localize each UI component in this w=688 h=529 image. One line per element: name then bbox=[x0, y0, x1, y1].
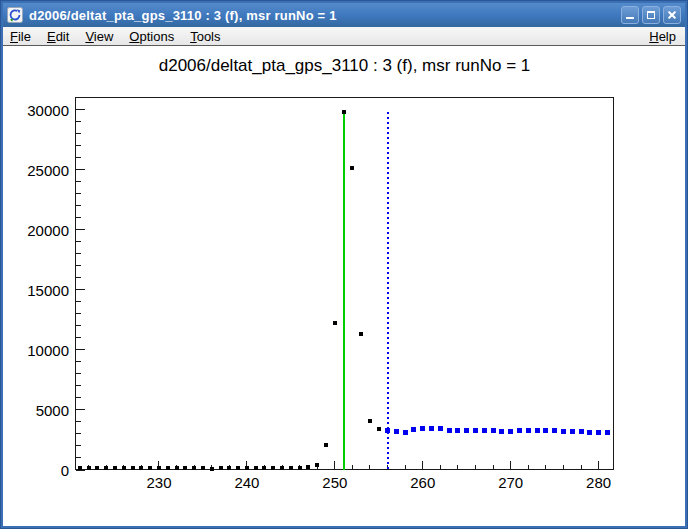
y-minor-tick bbox=[76, 361, 81, 362]
root-canvas[interactable]: d2006/deltat_pta_gps_3110 : 3 (f), msr r… bbox=[3, 46, 685, 526]
fit-curve-points-point bbox=[552, 428, 557, 433]
y-minor-tick bbox=[76, 325, 81, 326]
histogram-data-point bbox=[306, 465, 310, 469]
minimize-button[interactable] bbox=[621, 6, 639, 24]
fit-curve-points-point bbox=[429, 426, 434, 431]
x-minor-tick bbox=[563, 465, 564, 470]
histogram-data-point bbox=[236, 466, 240, 470]
histogram-data-point bbox=[359, 332, 363, 336]
y-major-tick bbox=[76, 289, 85, 290]
fit-curve-points-point bbox=[385, 428, 390, 433]
window-controls bbox=[621, 6, 681, 24]
fit-curve-points-point bbox=[473, 428, 478, 433]
y-minor-tick bbox=[76, 433, 81, 434]
x-minor-tick bbox=[352, 465, 353, 470]
histogram-data-point bbox=[95, 466, 99, 470]
histogram-data-point bbox=[254, 466, 258, 470]
fit-curve-points-point bbox=[543, 428, 548, 433]
x-minor-tick bbox=[457, 465, 458, 470]
fit-curve-points-point bbox=[420, 426, 425, 431]
fit-curve-points-point bbox=[447, 428, 452, 433]
histogram-data-point bbox=[333, 321, 337, 325]
x-major-tick bbox=[510, 461, 511, 470]
y-minor-tick bbox=[76, 253, 81, 254]
y-major-tick bbox=[76, 349, 85, 350]
titlebar[interactable]: d2006/deltat_pta_gps_3110 : 3 (f), msr r… bbox=[3, 3, 685, 27]
y-minor-tick bbox=[76, 277, 81, 278]
histogram-data-point bbox=[289, 466, 293, 470]
fit-curve-points-point bbox=[579, 429, 584, 434]
menu-item-options[interactable]: Options bbox=[129, 29, 174, 44]
y-minor-tick bbox=[76, 301, 81, 302]
y-minor-tick bbox=[76, 205, 81, 206]
histogram-data-point bbox=[324, 443, 328, 447]
histogram-data-point bbox=[113, 466, 117, 470]
histogram-data-point bbox=[298, 466, 302, 470]
y-minor-tick bbox=[76, 145, 81, 146]
fit-curve-points-point bbox=[587, 430, 592, 435]
x-minor-tick bbox=[475, 465, 476, 470]
histogram-data-point bbox=[271, 466, 275, 470]
plot-area: 2302402502602702800500010000150002000025… bbox=[3, 46, 685, 526]
y-minor-tick bbox=[76, 217, 81, 218]
x-tick-label: 230 bbox=[134, 474, 184, 491]
x-minor-tick bbox=[528, 465, 529, 470]
x-minor-tick bbox=[369, 465, 370, 470]
y-tick-label: 5000 bbox=[3, 402, 69, 419]
histogram-data-point bbox=[227, 466, 231, 470]
histogram-data-point bbox=[148, 466, 152, 470]
root-app-icon bbox=[7, 7, 23, 23]
fit-curve-points-point bbox=[491, 428, 496, 433]
menu-right: Help bbox=[649, 29, 678, 44]
histogram-data-point bbox=[122, 466, 126, 470]
minimize-icon bbox=[626, 11, 634, 19]
y-minor-tick bbox=[76, 193, 81, 194]
fit-curve-points-point bbox=[526, 428, 531, 433]
histogram-data-point bbox=[139, 466, 143, 470]
canvas-window: d2006/deltat_pta_gps_3110 : 3 (f), msr r… bbox=[0, 0, 688, 529]
histogram-data-point bbox=[166, 466, 170, 470]
histogram-data-point bbox=[350, 166, 354, 170]
y-minor-tick bbox=[76, 397, 81, 398]
histogram-data-point bbox=[157, 466, 161, 470]
menu-item-help[interactable]: Help bbox=[649, 29, 676, 44]
x-tick-label: 280 bbox=[574, 474, 624, 491]
y-tick-label: 25000 bbox=[3, 162, 69, 179]
menu-item-file[interactable]: File bbox=[10, 29, 31, 44]
close-button[interactable] bbox=[663, 6, 681, 24]
histogram-data-point bbox=[175, 466, 179, 470]
y-minor-tick bbox=[76, 421, 81, 422]
histogram-data-point bbox=[210, 467, 214, 471]
y-minor-tick bbox=[76, 313, 81, 314]
y-minor-tick bbox=[76, 373, 81, 374]
fit-curve-points-point bbox=[561, 429, 566, 434]
x-minor-tick bbox=[581, 465, 582, 470]
menu-item-view[interactable]: View bbox=[85, 29, 113, 44]
menu-item-tools[interactable]: Tools bbox=[190, 29, 220, 44]
histogram-data-point bbox=[87, 466, 91, 470]
fit-curve-points-point bbox=[455, 428, 460, 433]
y-tick-label: 20000 bbox=[3, 222, 69, 239]
fit-curve-points-point bbox=[570, 429, 575, 434]
fit-curve-points-point bbox=[535, 428, 540, 433]
x-major-tick bbox=[334, 461, 335, 470]
fit-range-line bbox=[387, 112, 389, 470]
y-tick-label: 10000 bbox=[3, 342, 69, 359]
histogram-data-point bbox=[377, 427, 381, 431]
histogram-data-point bbox=[104, 466, 108, 470]
histogram-data-point bbox=[280, 466, 284, 470]
x-minor-tick bbox=[545, 465, 546, 470]
fit-curve-points-point bbox=[411, 427, 416, 432]
x-major-tick bbox=[422, 461, 423, 470]
menu-item-edit[interactable]: Edit bbox=[47, 29, 69, 44]
x-tick-label: 260 bbox=[398, 474, 448, 491]
y-minor-tick bbox=[76, 265, 81, 266]
fit-curve-points-point bbox=[394, 429, 399, 434]
y-major-tick bbox=[76, 229, 85, 230]
maximize-button[interactable] bbox=[642, 6, 660, 24]
t0-marker-line bbox=[343, 112, 345, 470]
x-tick-label: 240 bbox=[222, 474, 272, 491]
fit-curve-points-point bbox=[499, 429, 504, 434]
fit-curve-points-point bbox=[482, 428, 487, 433]
histogram-data-point bbox=[131, 466, 135, 470]
